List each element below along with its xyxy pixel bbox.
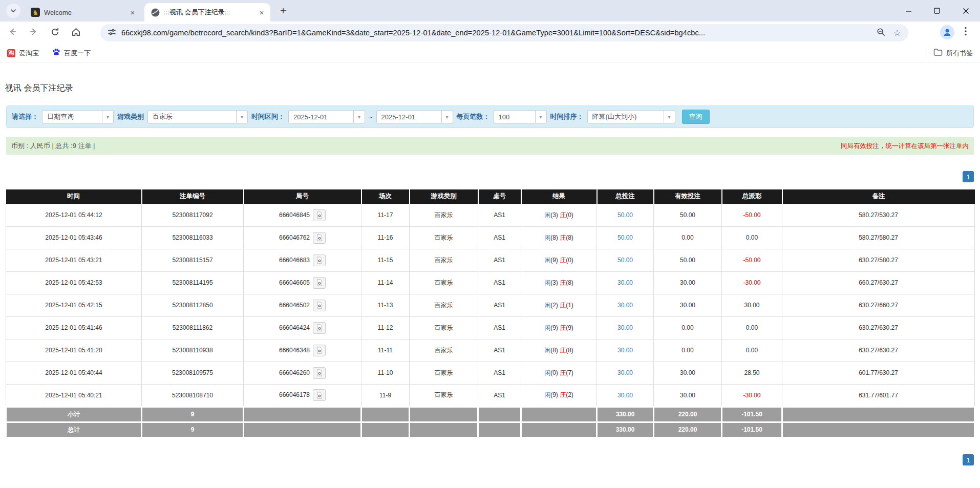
valid-bet-cell: 30.00 [654, 294, 722, 316]
total-bet-cell: 50.00 [597, 249, 654, 271]
zoom-icon[interactable] [877, 28, 885, 38]
remark-cell: 630.27/630.27 [782, 339, 975, 362]
total-bet-link[interactable]: 30.00 [617, 279, 633, 286]
window-minimize-button[interactable] [894, 0, 923, 22]
browser-menu-button[interactable] [965, 27, 967, 38]
video-record-button[interactable] [313, 232, 326, 244]
dropdown-arrow-icon[interactable]: ▾ [102, 111, 113, 123]
minimize-icon [905, 8, 912, 14]
address-bar[interactable]: 66cxkj98.com/game/betrecord_search/kind3… [100, 24, 908, 41]
total-bet-cell: 30.00 [597, 362, 654, 384]
video-record-icon [316, 302, 323, 309]
back-button[interactable] [7, 27, 17, 37]
dropdown-arrow-icon[interactable]: ▾ [441, 111, 453, 123]
payout-cell: 28.50 [722, 362, 782, 384]
query-type-select[interactable]: 日期查询 ▾ [42, 110, 114, 123]
result-cell: 闲(8) 庄(8) [521, 226, 597, 249]
video-record-button[interactable] [313, 345, 326, 356]
welcome-favicon-icon: ♞ [31, 8, 40, 17]
page-content: 视讯 会员下注纪录 请选择： 日期查询 ▾ 游戏类别 百家乐 ▾ 时间区间： 2… [0, 62, 980, 488]
banker-result: 庄 [560, 211, 566, 219]
total-bet-link[interactable]: 30.00 [617, 369, 633, 376]
game-type-select[interactable]: 百家乐 ▾ [147, 110, 248, 123]
time-cell: 2025-12-01 05:42:15 [6, 294, 142, 316]
profile-avatar[interactable] [940, 25, 954, 39]
forward-button[interactable] [29, 27, 39, 37]
site-info-icon[interactable] [108, 28, 116, 38]
total-bet-link[interactable]: 30.00 [617, 324, 633, 331]
video-record-icon [316, 369, 323, 376]
payout-cell: -50.00 [722, 249, 782, 271]
video-record-button[interactable] [313, 254, 326, 266]
video-record-button[interactable] [313, 389, 326, 401]
new-tab-button[interactable]: + [276, 4, 290, 17]
tab-betrecord[interactable]: :::视讯 会员下注纪录::: × [144, 3, 270, 22]
total-total-bet: 330.00 [597, 422, 654, 437]
select-type-label: 请选择： [12, 112, 38, 121]
range-separator: ~ [369, 113, 373, 121]
tab-close-icon[interactable]: × [257, 8, 266, 17]
session-cell: 11-11 [361, 339, 410, 362]
dropdown-arrow-icon[interactable]: ▾ [664, 111, 675, 123]
game-cell: 百家乐 [410, 249, 478, 271]
baidu-paw-icon [52, 48, 60, 58]
valid-bet-cell: 0.00 [654, 339, 722, 362]
maximize-icon [934, 8, 940, 14]
all-bookmarks-button[interactable]: 所有书签 [933, 48, 973, 58]
result-cell: 闲(3) 庄(0) [521, 204, 597, 226]
total-bet-link[interactable]: 50.00 [617, 234, 633, 241]
bookmark-baidu[interactable]: 百度一下 [52, 48, 91, 58]
table-no-cell: AS1 [478, 316, 521, 339]
page-size-label: 每页笔数： [457, 112, 490, 121]
video-record-button[interactable] [313, 322, 326, 334]
reload-button[interactable] [50, 27, 60, 37]
col-total-bet: 总投注 [597, 189, 654, 204]
total-bet-link[interactable]: 30.00 [617, 302, 633, 309]
round-no-cell: 666046424 [244, 316, 361, 339]
remark-cell: 630.27/660.27 [782, 294, 975, 316]
bookmark-taobao[interactable]: 淘 爱淘宝 [7, 49, 39, 58]
video-record-icon [316, 392, 323, 399]
round-no-cell: 666046762 [244, 226, 361, 249]
total-bet-link[interactable]: 50.00 [617, 257, 633, 264]
pagination-page-1[interactable]: 1 [963, 454, 974, 465]
video-record-button[interactable] [313, 367, 326, 379]
taobao-icon: 淘 [7, 49, 15, 57]
col-result: 结果 [521, 189, 597, 204]
total-bet-link[interactable]: 30.00 [617, 392, 633, 399]
subtotal-count: 9 [142, 407, 244, 422]
date-start-select[interactable]: 2025-12-01 ▾ [288, 110, 365, 123]
table-row: 2025-12-01 05:41:46 523008111862 6660464… [6, 316, 975, 339]
video-record-button[interactable] [313, 209, 326, 221]
home-button[interactable] [71, 27, 81, 37]
video-record-button[interactable] [313, 300, 326, 311]
window-close-button[interactable] [951, 0, 980, 22]
tab-close-icon[interactable]: × [128, 8, 137, 17]
total-bet-link[interactable]: 50.00 [617, 211, 633, 219]
tab-welcome[interactable]: ♞ Welcome × [25, 3, 141, 22]
url-text[interactable]: 66cxkj98.com/game/betrecord_search/kind3… [121, 29, 871, 37]
table-no-cell: AS1 [478, 339, 521, 362]
dropdown-arrow-icon[interactable]: ▾ [236, 111, 247, 123]
pagination-page-1[interactable]: 1 [963, 171, 974, 182]
dropdown-arrow-icon[interactable]: ▾ [535, 111, 546, 123]
result-cell: 闲(0) 庄(7) [521, 362, 597, 384]
tab-search-button[interactable] [6, 4, 20, 18]
banker-result: 庄 [560, 391, 566, 398]
search-button[interactable]: 查询 [682, 110, 710, 124]
total-bet-link[interactable]: 30.00 [617, 347, 633, 354]
window-maximize-button[interactable] [923, 0, 951, 22]
dropdown-arrow-icon[interactable]: ▾ [353, 111, 365, 123]
total-bet-cell: 30.00 [597, 294, 654, 316]
table-row: 2025-12-01 05:43:46 523008116033 6660467… [6, 226, 975, 249]
video-record-button[interactable] [313, 277, 326, 289]
table-row: 2025-12-01 05:40:44 523008109575 6660462… [6, 362, 975, 384]
banker-result: 庄 [560, 369, 566, 376]
bookmark-star-icon[interactable]: ☆ [893, 29, 901, 37]
video-record-icon [316, 324, 323, 331]
sort-select[interactable]: 降冪(由大到小) ▾ [587, 110, 675, 123]
total-count: 9 [142, 422, 244, 437]
date-end-select[interactable]: 2025-12-01 ▾ [376, 110, 453, 123]
page-size-select[interactable]: 100 ▾ [494, 110, 547, 123]
page-title: 视讯 会员下注纪录 [5, 83, 73, 94]
